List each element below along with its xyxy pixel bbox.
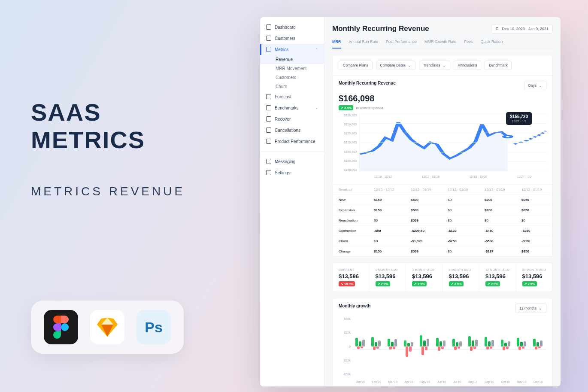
tool-tray: Ps (31, 301, 184, 354)
nav-label: Benchmarks (275, 106, 299, 110)
chevron-down-icon: ⌄ (408, 63, 411, 67)
growth-range-dropdown[interactable]: 12 months⌄ (515, 304, 546, 313)
growth-column (355, 317, 367, 376)
sidebar: Dashboard Customers Metrics⌃ Revenue MRR… (260, 17, 324, 386)
sidebar-sub-mrr-movement[interactable]: MRR Movement (260, 64, 324, 73)
sidebar-sub-customers[interactable]: Customers (260, 73, 324, 82)
tab-annual-run-rate[interactable]: Annual Run Rate (349, 40, 379, 49)
change-pct: 2.9% (344, 106, 352, 110)
stat-card: 24 MONTH AGO$13,596↗ 2.9% (516, 263, 553, 292)
sidebar-item-product-performance[interactable]: Product Performance (260, 136, 324, 147)
tab-post-performance[interactable]: Post Performance (386, 40, 417, 49)
mrr-change-row: ↗ 2.9% In selected period (339, 105, 546, 110)
filter-compare-dates[interactable]: Compare Dates ⌄ (376, 61, 416, 70)
chevron-up-icon: ⌃ (315, 48, 318, 52)
sketch-icon (90, 310, 124, 344)
stat-card: 1 MONTH AGO$13,596↗ 2.9% (370, 263, 406, 292)
growth-plot[interactable] (352, 317, 546, 376)
app-window: Dashboard Customers Metrics⌃ Revenue MRR… (260, 17, 561, 386)
photoshop-icon: Ps (136, 310, 171, 344)
stat-card: 6 MONTH AGO$13,596↗ 2.9% (443, 263, 480, 292)
metrics-icon (266, 47, 271, 52)
filter-row: Compare PlansCompare Dates ⌄Trendlines ⌄… (333, 55, 552, 76)
nav-label: Metrics (275, 47, 288, 52)
stat-card: 3 MONTH AGO$13,596↗ 2.9% (406, 263, 443, 292)
page-header: Monthly Recurring Revenue 🗓Dec 10, 2020 … (324, 17, 561, 49)
nav-label: Settings (275, 170, 290, 175)
nav-label: Product Performance (275, 139, 315, 144)
growth-card: Monthly growth 12 months⌄ $50k$25k0-$25k… (332, 298, 553, 386)
date-range-picker[interactable]: 🗓Dec 10, 2020 - Jan 9, 2021 (491, 24, 553, 33)
breakout-row: New$150$509$0$200$650 (333, 195, 552, 205)
tooltip-range: 12/27 - 1/2 (510, 120, 528, 123)
filter-benchmark[interactable]: Benchmark (485, 61, 512, 70)
calendar-icon: 🗓 (495, 27, 499, 31)
growth-column (467, 317, 479, 376)
sidebar-item-settings[interactable]: Settings (260, 167, 324, 178)
filter-annotations[interactable]: Annotations (454, 61, 482, 70)
customers-icon (266, 36, 271, 41)
growth-column (500, 317, 512, 376)
change-badge: ↗ 2.9% (339, 105, 353, 110)
sidebar-separator (260, 151, 324, 152)
forecast-icon (266, 94, 271, 99)
tab-mmr-growth-rate[interactable]: MMR Growth Rate (424, 40, 457, 49)
chart-plot[interactable]: $155,720 12/27 - 1/2 (359, 114, 546, 171)
granularity-dropdown[interactable]: Days⌄ (524, 81, 546, 90)
breakout-table: Breakout12/10 - 12/1212/13 - 01/1912/13 … (333, 184, 552, 256)
hero-title: SAAS METRICS (31, 99, 145, 154)
settings-icon (266, 170, 271, 175)
sidebar-item-dashboard[interactable]: Dashboard (260, 21, 324, 33)
mrr-line-chart: $156,200$156,000$155,800$155,600$155,400… (339, 114, 546, 178)
sidebar-item-messaging[interactable]: Messaging (260, 156, 324, 167)
mrr-value: $166,098 (339, 94, 546, 103)
chevron-down-icon: ⌄ (539, 306, 542, 310)
y-axis: $156,200$156,000$155,800$155,600$155,400… (339, 114, 358, 171)
hero-subtitle: METRICS REVENUE (31, 185, 185, 198)
nav-label: Recover (275, 117, 291, 122)
sidebar-item-customers[interactable]: Customers (260, 33, 324, 44)
chart-tooltip: $155,720 12/27 - 1/2 (506, 112, 532, 125)
sidebar-item-cancellations[interactable]: Cancellations (260, 125, 324, 136)
x-axis: 12/10 - 12/1212/13 - 01/1912/10 - 12/261… (359, 175, 546, 178)
sidebar-item-recover[interactable]: Recover (260, 113, 324, 125)
chart-title: Monthly Recurring Revenue (339, 81, 396, 90)
sidebar-item-forecast[interactable]: Forecast (260, 91, 324, 102)
svg-point-0 (61, 323, 69, 331)
chevron-down-icon: ⌄ (443, 63, 446, 67)
filter-compare-plans[interactable]: Compare Plans (339, 61, 373, 70)
page-title: Monthly Recurring Revenue (332, 24, 429, 33)
growth-y-axis: $50k$25k0-$25k-$50k (339, 317, 351, 376)
growth-column (516, 317, 528, 376)
tab-fees[interactable]: Fees (464, 40, 473, 49)
chevron-down-icon: ⌄ (539, 83, 542, 88)
benchmarks-icon (266, 105, 271, 110)
tooltip-value: $155,720 (510, 114, 528, 119)
messaging-icon (266, 159, 271, 164)
sidebar-item-metrics[interactable]: Metrics⌃ (260, 44, 324, 55)
cancellations-icon (266, 128, 271, 133)
growth-column (435, 317, 447, 376)
dropdown-label: 12 months (519, 306, 536, 310)
tab-mrr[interactable]: MRR (332, 40, 341, 49)
growth-column (370, 317, 382, 376)
nav-label: Messaging (275, 159, 295, 164)
growth-x-axis: Jan'19Feb'19Mar'19Apr'19May'19Jun'19Jul'… (352, 380, 546, 383)
growth-title: Monthly growth (339, 304, 370, 313)
sidebar-item-benchmarks[interactable]: Benchmarks⌄ (260, 102, 324, 113)
growth-chart: $50k$25k0-$25k-$50k Jan'19Feb'19Mar'19Ap… (339, 315, 546, 383)
nav-label: Dashboard (275, 25, 296, 30)
growth-column (419, 317, 431, 376)
nav-label: Cancellations (275, 128, 300, 133)
sidebar-sub-churn[interactable]: Churn (260, 82, 324, 91)
sidebar-sub-revenue[interactable]: Revenue (260, 55, 324, 64)
filter-trendlines[interactable]: Trendlines ⌄ (419, 61, 450, 70)
growth-column (484, 317, 496, 376)
breakout-row: Expansion$150$509$0$200$650 (333, 205, 552, 216)
breakout-row: Churn$0-$1,920-$250-$566-$970 (333, 236, 552, 246)
dropdown-label: Days (528, 83, 536, 88)
breakout-row: Contraction-$50-$209.50-$122-$450-$230 (333, 226, 552, 236)
svg-point-1 (504, 136, 511, 138)
tab-quick-ration[interactable]: Quick Ration (481, 40, 503, 49)
growth-column (403, 317, 415, 376)
